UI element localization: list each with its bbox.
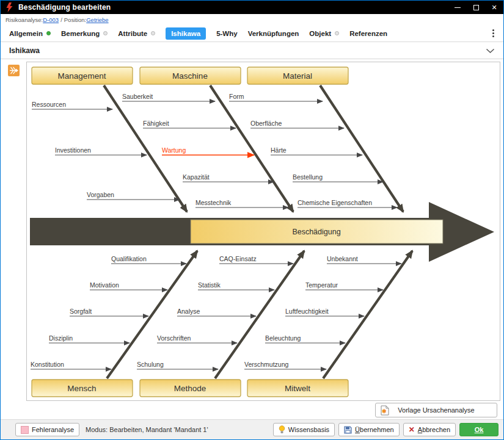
cause-verschmutzung[interactable]: Verschmutzung — [244, 361, 326, 369]
cause-form[interactable]: Form — [229, 93, 323, 101]
category-box-mensch[interactable]: Mensch — [32, 380, 133, 397]
cause-label: CAQ-Einsatz — [219, 255, 257, 262]
chevron-down-icon[interactable] — [486, 48, 495, 54]
category-box-methode[interactable]: Methode — [140, 380, 241, 397]
fishbone-diagram-icon[interactable] — [8, 65, 20, 76]
category-box-maschine[interactable]: Maschine — [140, 67, 241, 84]
vorlage-ursachenanalyse-button[interactable]: ✱ Vorlage Ursachenanalyse — [375, 403, 497, 417]
cause-label: Qualifikation — [111, 255, 147, 262]
cause-label: Oberfläche — [250, 120, 282, 127]
cause-konstitution[interactable]: Konstitution — [31, 361, 111, 369]
cause-label: Bestellung — [293, 173, 323, 181]
window-controls: ✕ — [448, 1, 503, 14]
cause-vorschriften[interactable]: Vorschriften — [157, 334, 237, 343]
category-label: Mensch — [67, 384, 96, 393]
cause-kapazitaet[interactable]: Kapazität — [183, 173, 274, 182]
tab-objekt[interactable]: Objekt — [309, 30, 339, 37]
cause-wartung-highlighted[interactable]: Wartung — [162, 146, 254, 155]
category-label: Mitwelt — [285, 384, 310, 393]
cause-sauberkeit[interactable]: Sauberkeit — [122, 93, 215, 101]
tab-attribute[interactable]: Attribute — [118, 30, 155, 37]
cause-label: Unbekannt — [327, 255, 358, 262]
more-menu-icon[interactable] — [491, 27, 496, 39]
cause-label: Messtechnik — [195, 199, 232, 206]
close-button[interactable]: ✕ — [485, 1, 503, 14]
cause-chemische-eigenschaften[interactable]: Chemische Eigenschaften — [298, 199, 397, 207]
tab-bemerkung[interactable]: Bemerkung — [61, 30, 108, 37]
cause-qualifikation[interactable]: Qualifikation — [111, 255, 186, 264]
status-bar: Fehleranalyse Modus: Bearbeiten, Mandant… — [1, 419, 503, 439]
save-floppy-icon — [344, 426, 352, 434]
cause-ressourcen[interactable]: Ressourcen — [32, 101, 112, 109]
wissensbasis-button[interactable]: Wissensbasis — [273, 423, 335, 436]
cause-oberflaeche[interactable]: Oberfläche — [250, 120, 344, 128]
risikoanalyse-label: Risikoanalyse: — [5, 16, 43, 23]
category-box-material[interactable]: Material — [247, 67, 348, 84]
cause-faehigkeit[interactable]: Fähigkeit — [143, 120, 236, 128]
cause-statistik[interactable]: Statistik — [198, 281, 274, 290]
cause-schulung[interactable]: Schulung — [137, 361, 218, 369]
cause-unbekannt[interactable]: Unbekannt — [327, 255, 401, 264]
cause-label: Vorschriften — [157, 334, 191, 342]
cause-analyse[interactable]: Analyse — [177, 308, 256, 316]
cause-label: Sorgfalt — [70, 308, 92, 315]
cause-temperatur[interactable]: Temperatur — [305, 281, 383, 290]
cause-label: Luftfeuchtigkeit — [285, 308, 329, 315]
cause-label: Verschmutzung — [244, 361, 289, 368]
cancel-x-icon: ✕ — [409, 425, 415, 434]
mode-status-text: Modus: Bearbeiten, Mandant 'Mandant 1' — [86, 426, 208, 433]
gray-status-dot — [103, 31, 108, 35]
category-box-management[interactable]: Management — [32, 67, 133, 84]
cause-haerte[interactable]: Härte — [271, 146, 362, 155]
tab-verknuepfungen[interactable]: Verknüpfungen — [248, 30, 299, 37]
gray-status-dot — [151, 31, 155, 35]
category-box-mitwelt[interactable]: Mitwelt — [247, 380, 348, 397]
tab-referenzen[interactable]: Referenzen — [349, 30, 387, 37]
cause-label: Schulung — [137, 361, 164, 368]
category-label: Management — [58, 71, 106, 81]
position-link[interactable]: Getriebe — [86, 16, 108, 23]
cause-bestellung[interactable]: Bestellung — [293, 173, 383, 182]
title-bar: Beschädigung bearbeiten ✕ — [1, 1, 503, 14]
category-label: Material — [283, 71, 312, 81]
cause-investitionen[interactable]: Investitionen — [55, 146, 147, 155]
cause-label-highlighted: Wartung — [162, 146, 186, 154]
fishbone-diagram: Beschädigung Management Maschine Materia… — [27, 62, 500, 400]
cause-caq-einsatz[interactable]: CAQ-Einsatz — [219, 255, 293, 264]
cause-sorgfalt[interactable]: Sorgfalt — [70, 308, 148, 316]
category-label: Methode — [174, 384, 206, 393]
maximize-button[interactable] — [467, 1, 485, 14]
tab-allgemein[interactable]: Allgemein — [9, 30, 51, 37]
cause-motivation[interactable]: Motivation — [90, 281, 167, 290]
green-status-dot — [46, 31, 51, 35]
abbrechen-button[interactable]: ✕ Abbrechen — [403, 423, 456, 436]
fehleranalyse-color-icon — [21, 426, 29, 434]
ishikawa-diagram-canvas[interactable]: Beschädigung Management Maschine Materia… — [26, 62, 500, 401]
risikoanalyse-link[interactable]: D-003 — [43, 16, 59, 23]
uebernehmen-button[interactable]: Übernehmen — [338, 423, 400, 436]
cause-label: Temperatur — [305, 281, 338, 289]
tab-ishikawa-active[interactable]: Ishikawa — [166, 27, 206, 40]
cause-vorgaben[interactable]: Vorgaben — [87, 191, 180, 200]
cause-beleuchtung[interactable]: Beleuchtung — [265, 334, 345, 343]
cause-luftfeuchtigkeit[interactable]: Luftfeuchtigkeit — [285, 308, 364, 316]
cause-label: Konstitution — [31, 361, 64, 368]
effect-box[interactable]: Beschädigung — [191, 220, 443, 243]
cause-messtechnik[interactable]: Messtechnik — [195, 199, 288, 207]
dialog-action-buttons: Wissensbasis Übernehmen ✕ Abbrechen Ok — [273, 423, 499, 436]
app-lightning-icon — [5, 2, 13, 12]
cause-label: Kapazität — [183, 173, 210, 181]
effect-label: Beschädigung — [292, 228, 340, 236]
cause-label: Vorgaben — [87, 191, 114, 198]
cause-label: Sauberkeit — [122, 93, 153, 100]
tab-5-why[interactable]: 5-Why — [216, 30, 238, 37]
minimize-button[interactable] — [448, 1, 467, 14]
ok-button[interactable]: Ok — [459, 423, 499, 436]
cause-label: Ressourcen — [32, 101, 66, 108]
breadcrumb: Risikoanalyse:D-003 / Position:Getriebe — [1, 14, 503, 25]
fehleranalyse-button[interactable]: Fehleranalyse — [15, 423, 79, 436]
cause-label: Disziplin — [49, 334, 73, 342]
cause-label: Motivation — [90, 281, 119, 289]
ishikawa-section-header: Ishikawa — [1, 43, 503, 59]
cause-disziplin[interactable]: Disziplin — [49, 334, 130, 343]
